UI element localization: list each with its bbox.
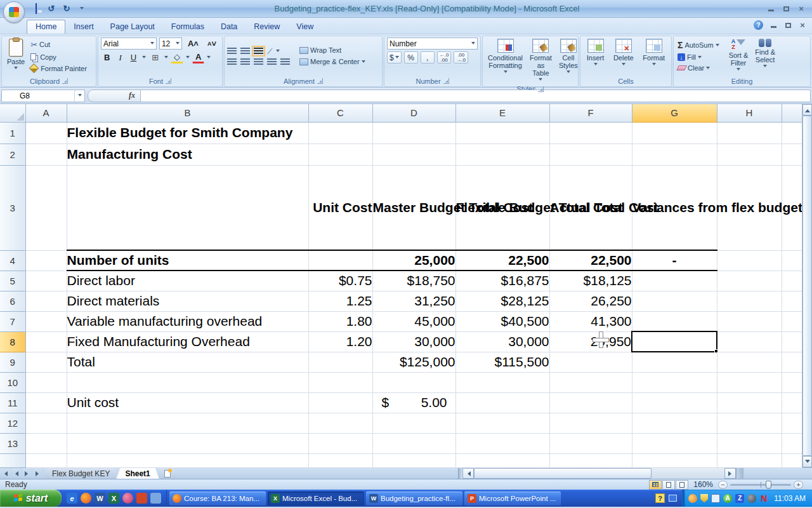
cell-D5[interactable]: $18,750 <box>372 271 455 291</box>
cell[interactable] <box>67 413 308 433</box>
cell[interactable] <box>632 122 717 144</box>
cell[interactable] <box>455 392 549 413</box>
undo-button[interactable]: ↺ <box>46 4 57 13</box>
excel-icon[interactable]: X <box>108 493 119 504</box>
cell[interactable] <box>67 372 308 392</box>
cell[interactable] <box>455 372 549 392</box>
cell[interactable] <box>632 372 717 392</box>
cell[interactable] <box>782 271 802 291</box>
cell[interactable] <box>25 413 67 433</box>
cell[interactable] <box>632 433 717 453</box>
cell[interactable] <box>549 122 632 144</box>
vertical-scroll-thumb[interactable] <box>802 116 812 456</box>
cell[interactable] <box>25 122 67 144</box>
autosum-button[interactable]: ΣAutoSum <box>676 39 721 51</box>
fill-handle[interactable] <box>714 349 718 353</box>
format-cells-button[interactable]: Format <box>640 37 667 74</box>
cell-F3[interactable]: Actual Total Cost <box>549 165 632 250</box>
cell[interactable] <box>372 413 455 433</box>
font-color-button[interactable]: A <box>192 51 204 64</box>
cell[interactable] <box>455 453 549 467</box>
underline-button[interactable]: U <box>128 51 140 64</box>
cell[interactable] <box>782 144 802 165</box>
cell[interactable] <box>632 271 717 291</box>
cell[interactable] <box>632 291 717 311</box>
tray-messenger-icon[interactable] <box>688 494 697 503</box>
office-button[interactable] <box>3 1 25 23</box>
cell[interactable] <box>632 144 717 165</box>
clear-button[interactable]: Clear <box>676 64 721 72</box>
cell-C6[interactable]: 1.25 <box>308 291 372 311</box>
cell-B8[interactable]: Fixed Manufacturing Overhead <box>67 331 308 352</box>
row-header-2[interactable]: 2 <box>0 144 25 165</box>
word-icon[interactable]: W <box>95 493 105 504</box>
align-center-button[interactable] <box>240 58 250 65</box>
align-left-button[interactable] <box>227 58 237 65</box>
cell[interactable] <box>782 250 802 271</box>
cell[interactable] <box>717 311 782 331</box>
row-header-9[interactable]: 9 <box>0 352 25 372</box>
tab-view[interactable]: View <box>288 20 322 34</box>
page-break-view-button[interactable] <box>676 480 688 490</box>
workbook-minimize-button[interactable] <box>769 22 778 29</box>
cell-F5[interactable]: $18,125 <box>549 271 632 291</box>
cell-G8-active[interactable] <box>632 331 717 352</box>
tray-volume-icon[interactable] <box>747 494 756 503</box>
row-header-5[interactable]: 5 <box>0 271 25 291</box>
select-all-corner[interactable] <box>0 104 25 122</box>
cell[interactable] <box>549 433 632 453</box>
sheet-tab-flex-budget-key[interactable]: Flex Budget KEY <box>43 468 119 479</box>
cell[interactable] <box>25 165 67 250</box>
alignment-dialog-launcher[interactable] <box>317 78 323 84</box>
row-header-6[interactable]: 6 <box>0 291 25 311</box>
cell-E4[interactable]: 22,500 <box>455 250 549 271</box>
cell[interactable] <box>372 433 455 453</box>
cell[interactable] <box>549 453 632 467</box>
cell-G4[interactable]: - <box>632 250 717 271</box>
cell[interactable] <box>782 433 802 453</box>
font-size-combo[interactable]: 12 <box>159 37 182 50</box>
cell[interactable] <box>308 352 372 372</box>
cell[interactable] <box>25 271 67 291</box>
cell[interactable] <box>782 352 802 372</box>
internet-explorer-icon[interactable]: e <box>67 493 77 504</box>
firefox-icon[interactable] <box>81 493 91 504</box>
column-header-d[interactable]: D <box>372 104 455 122</box>
cell-B5[interactable]: Direct labor <box>67 271 308 291</box>
column-header-b[interactable]: B <box>67 104 308 122</box>
cell[interactable] <box>25 144 67 165</box>
comma-button[interactable]: , <box>421 51 435 64</box>
cell-G3[interactable]: Variances from flex budget <box>632 165 717 250</box>
cell[interactable] <box>782 311 802 331</box>
orientation-button[interactable]: ⟋ <box>267 47 272 56</box>
cell-F6[interactable]: 26,250 <box>549 291 632 311</box>
format-as-table-button[interactable]: Format as Table <box>527 37 554 84</box>
sort-filter-button[interactable]: AZ Sort & Filter <box>726 37 751 74</box>
cell[interactable] <box>308 392 372 413</box>
shrink-font-button[interactable]: A˅ <box>204 37 219 50</box>
horizontal-scrollbar[interactable] <box>474 468 724 479</box>
cell-C8[interactable]: 1.20 <box>308 331 372 352</box>
task-firefox-course[interactable]: Course: BA 213: Man... <box>169 491 266 505</box>
scroll-down-button[interactable] <box>802 456 812 467</box>
cell[interactable] <box>308 122 372 144</box>
first-sheet-button[interactable] <box>0 468 11 479</box>
insert-function-button[interactable]: fx <box>88 90 141 102</box>
cell[interactable] <box>308 413 372 433</box>
task-excel-active[interactable]: XMicrosoft Excel - Bud... <box>268 491 364 505</box>
row-header-1[interactable]: 1 <box>0 122 25 144</box>
cell-D4[interactable]: 25,000 <box>372 250 455 271</box>
cell-D11[interactable]: $5.00 <box>372 392 455 413</box>
column-header-f[interactable]: F <box>549 104 632 122</box>
row-header-3[interactable]: 3 <box>0 165 25 250</box>
tray-shield-icon[interactable] <box>700 494 708 503</box>
tray-avg-icon[interactable]: A <box>723 494 732 503</box>
cell[interactable] <box>717 392 782 413</box>
cell[interactable] <box>308 372 372 392</box>
column-header-e[interactable]: E <box>455 104 549 122</box>
task-word-budgeting[interactable]: WBudgeting_practice-fl... <box>366 491 462 505</box>
name-box-arrow[interactable] <box>74 90 84 102</box>
styles-dialog-launcher[interactable] <box>538 86 544 92</box>
close-button[interactable]: × <box>797 5 806 13</box>
tab-data[interactable]: Data <box>213 20 246 34</box>
